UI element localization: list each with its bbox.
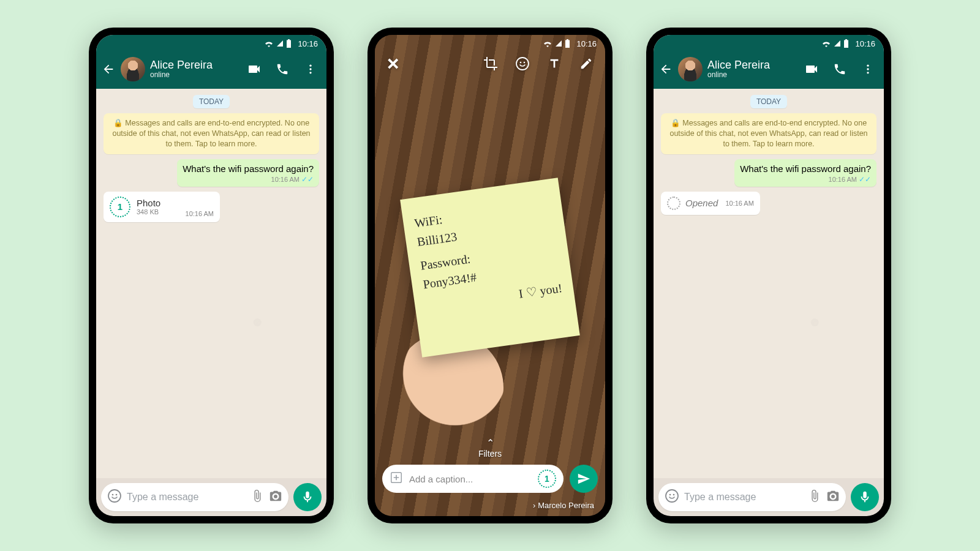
photo-time: 10:16 AM — [186, 210, 214, 217]
outgoing-message[interactable]: What's the wifi password again? 10:16 AM… — [734, 159, 876, 187]
emoji-icon[interactable] — [665, 489, 679, 506]
svg-point-16 — [673, 494, 675, 496]
sticker-button[interactable] — [514, 56, 530, 72]
svg-point-8 — [520, 62, 522, 64]
contact-avatar[interactable] — [678, 57, 703, 81]
photo-info: Photo 348 KB — [137, 198, 179, 216]
svg-point-14 — [666, 490, 678, 502]
filters-toggle[interactable]: ⌃ Filters — [478, 437, 502, 459]
text-button[interactable] — [546, 56, 562, 72]
chevron-up-icon: ⌃ — [478, 437, 502, 449]
crop-icon — [483, 56, 498, 71]
svg-point-5 — [116, 494, 118, 496]
wifi-icon — [264, 40, 274, 47]
contact-name: Alice Pereira — [150, 59, 242, 72]
status-time: 10:16 — [576, 39, 597, 48]
view-once-opened-icon — [667, 197, 680, 210]
message-meta: 10:16 AM ✓✓ — [183, 175, 314, 184]
header-actions — [247, 62, 318, 77]
mic-icon — [858, 490, 872, 504]
text-icon — [548, 57, 561, 70]
video-call-button[interactable] — [247, 62, 262, 77]
sticky-note-image: WiFi: Billi123 Password: Pony334!# I ♡ y… — [400, 178, 580, 358]
message-input[interactable]: Type a message — [658, 483, 846, 511]
caption-placeholder: Add a caption... — [409, 474, 532, 484]
camera-icon[interactable] — [826, 489, 840, 505]
editor-toolbar — [375, 56, 605, 72]
screen-chat-after: 10:16 Alice Pereira online TODAY 🔒 Messa… — [654, 35, 884, 516]
view-once-icon: 1 — [110, 197, 130, 217]
svg-point-12 — [867, 68, 869, 70]
more-menu-button[interactable] — [303, 62, 318, 77]
svg-point-1 — [309, 68, 311, 70]
emoji-icon — [515, 56, 530, 71]
svg-point-15 — [669, 494, 671, 496]
view-once-photo-bubble[interactable]: 1 Photo 348 KB 10:16 AM — [104, 192, 220, 222]
svg-point-13 — [867, 72, 869, 73]
svg-point-17 — [831, 495, 835, 498]
crop-button[interactable] — [483, 56, 499, 72]
more-menu-button[interactable] — [861, 62, 875, 77]
input-bar: Type a message — [96, 478, 326, 516]
more-vertical-icon — [862, 63, 874, 75]
video-call-button[interactable] — [804, 62, 819, 77]
more-vertical-icon — [304, 63, 317, 75]
cell-signal-icon — [833, 40, 842, 47]
chat-body[interactable]: TODAY 🔒 Messages and calls are end-to-en… — [96, 89, 326, 478]
encryption-notice[interactable]: 🔒 Messages and calls are end-to-end encr… — [661, 113, 876, 154]
draw-button[interactable] — [578, 56, 594, 72]
contact-avatar[interactable] — [121, 57, 145, 81]
outgoing-message[interactable]: What's the wifi password again? 10:16 AM… — [177, 159, 319, 187]
attach-icon[interactable] — [251, 489, 264, 505]
back-button[interactable] — [658, 62, 673, 77]
contact-info[interactable]: Alice Pereira online — [150, 59, 242, 80]
view-once-opened-bubble[interactable]: Opened 10:16 AM — [661, 192, 760, 215]
send-icon — [577, 472, 590, 485]
wifi-icon — [543, 40, 552, 47]
chat-body[interactable]: TODAY 🔒 Messages and calls are end-to-en… — [654, 89, 884, 478]
header-actions — [804, 62, 875, 77]
voice-call-button[interactable] — [275, 62, 290, 77]
mic-icon — [301, 490, 314, 504]
message-time: 10:16 AM — [271, 176, 300, 183]
add-media-icon[interactable] — [390, 471, 403, 487]
recipient-chip[interactable]: › Marcelo Pereira — [533, 501, 594, 510]
filters-label: Filters — [478, 449, 502, 459]
status-bar: 10:16 — [654, 35, 884, 52]
voice-call-button[interactable] — [832, 62, 847, 77]
svg-point-4 — [112, 494, 114, 496]
svg-point-6 — [274, 495, 277, 498]
contact-info[interactable]: Alice Pereira online — [707, 59, 799, 80]
caption-input[interactable]: Add a caption... 1 — [382, 465, 564, 493]
view-once-toggle[interactable]: 1 — [538, 470, 556, 488]
close-button[interactable] — [386, 56, 402, 72]
contact-name: Alice Pereira — [707, 59, 799, 72]
read-receipt-icon: ✓✓ — [859, 175, 871, 184]
close-icon — [387, 57, 401, 70]
camera-icon[interactable] — [269, 489, 282, 505]
svg-point-3 — [108, 490, 121, 502]
mic-button[interactable] — [851, 483, 879, 511]
attach-icon[interactable] — [808, 489, 821, 505]
phone-icon — [833, 62, 846, 76]
back-button[interactable] — [101, 62, 116, 77]
mic-button[interactable] — [293, 483, 322, 511]
wifi-icon — [821, 40, 831, 47]
phone-frame-right: 10:16 Alice Pereira online TODAY 🔒 Messa… — [646, 28, 891, 523]
status-icons — [264, 39, 292, 48]
send-button[interactable] — [570, 465, 598, 493]
lock-icon: 🔒 — [113, 119, 123, 127]
message-text: What's the wifi password again? — [740, 163, 871, 174]
emoji-icon[interactable] — [107, 489, 122, 506]
caption-row: Add a caption... 1 — [382, 465, 598, 493]
message-meta: 10:16 AM ✓✓ — [740, 175, 871, 184]
phone-frame-left: 10:16 Alice Pereira online TODAY 🔒 Messa… — [89, 28, 334, 523]
status-bar: 10:16 — [96, 35, 326, 52]
status-time: 10:16 — [298, 39, 318, 48]
photo-title: Photo — [137, 198, 179, 208]
encryption-notice[interactable]: 🔒 Messages and calls are end-to-end encr… — [104, 113, 319, 154]
svg-point-7 — [516, 58, 529, 70]
status-icons — [821, 39, 849, 48]
phone-frame-center: 10:16 WiFi: Billi123 Password: Pony334!#… — [368, 28, 612, 523]
message-input[interactable]: Type a message — [101, 483, 288, 511]
